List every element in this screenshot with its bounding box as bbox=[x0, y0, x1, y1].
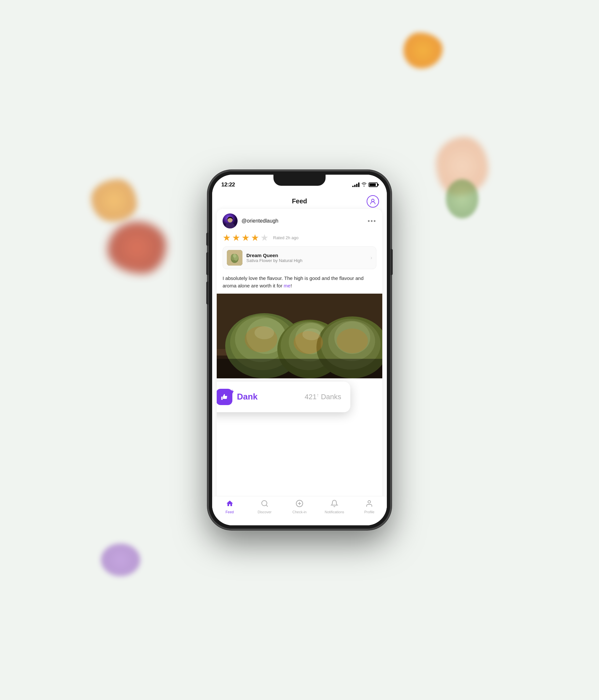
feed-tab-label: Feed bbox=[226, 510, 234, 514]
tab-item-notifications[interactable]: Notifications bbox=[323, 500, 346, 514]
user-avatar bbox=[223, 214, 238, 228]
highlighted-word: me bbox=[284, 283, 291, 289]
svg-rect-29 bbox=[217, 359, 382, 378]
product-thumbnail bbox=[227, 250, 243, 266]
decorative-blob-orange-top bbox=[403, 32, 443, 69]
profile-tab-label: Profile bbox=[364, 510, 374, 514]
checkin-tab-label: Check-in bbox=[292, 510, 306, 514]
phone-volume-down-button bbox=[206, 281, 208, 304]
user-info: @orientedlaugh bbox=[223, 214, 278, 228]
rating-row: ★ ★ ★ ★ ★ Rated 2h ago bbox=[217, 231, 382, 246]
product-chevron-icon: › bbox=[371, 255, 372, 261]
star-3: ★ bbox=[242, 232, 250, 243]
rated-time-label: Rated 2h ago bbox=[273, 235, 299, 240]
star-2: ★ bbox=[232, 232, 240, 243]
phone-screen: 12:22 bbox=[212, 175, 387, 525]
wifi-icon bbox=[361, 182, 367, 188]
svg-point-26 bbox=[336, 328, 368, 353]
decorative-blob-red-left bbox=[107, 222, 166, 274]
checkin-tab-icon bbox=[296, 500, 303, 509]
svg-point-35 bbox=[368, 501, 371, 503]
battery-icon bbox=[369, 182, 378, 187]
signal-icon bbox=[352, 182, 359, 187]
svg-point-27 bbox=[254, 326, 274, 339]
phone-mute-button bbox=[206, 233, 208, 246]
phone-volume-up-button bbox=[206, 252, 208, 275]
discover-tab-icon bbox=[261, 500, 269, 509]
decorative-blob-purple-bottom bbox=[101, 544, 140, 576]
card-header: @orientedlaugh ••• bbox=[217, 209, 382, 231]
star-rating: ★ ★ ★ ★ ★ bbox=[223, 232, 269, 243]
card-bottom: Dank 421↑ Danks bbox=[217, 378, 382, 402]
feed-tab-icon bbox=[226, 500, 234, 509]
tab-item-checkin[interactable]: Check-in bbox=[288, 500, 311, 514]
phone-mockup: 12:22 bbox=[208, 171, 391, 529]
dank-label: Dank bbox=[237, 392, 258, 402]
feed-title: Feed bbox=[292, 198, 307, 205]
product-card[interactable]: Dream Queen Sativa Flower by Natural Hig… bbox=[223, 246, 376, 269]
product-subtitle-label: Sativa Flower by Natural High bbox=[246, 258, 302, 263]
tab-item-profile[interactable]: Profile bbox=[358, 500, 381, 514]
discover-tab-label: Discover bbox=[257, 510, 272, 514]
star-4: ★ bbox=[251, 232, 259, 243]
profile-tab-icon bbox=[365, 500, 373, 509]
decorative-blob-green-right bbox=[446, 179, 478, 218]
product-name-label: Dream Queen bbox=[246, 253, 302, 258]
decorative-blob-orange-left bbox=[91, 179, 137, 222]
dank-icon bbox=[217, 389, 232, 405]
svg-point-8 bbox=[233, 254, 236, 258]
notifications-tab-label: Notifications bbox=[325, 510, 344, 514]
app-header: Feed bbox=[212, 192, 387, 209]
product-info: Dream Queen Sativa Flower by Natural Hig… bbox=[246, 253, 302, 263]
tab-item-discover[interactable]: Discover bbox=[253, 500, 276, 514]
app-content: Feed bbox=[212, 192, 387, 525]
svg-point-28 bbox=[302, 328, 321, 340]
status-time: 12:22 bbox=[221, 181, 235, 188]
phone-notch bbox=[273, 175, 326, 186]
header-profile-button[interactable] bbox=[367, 195, 379, 207]
star-1: ★ bbox=[223, 232, 231, 243]
tab-bar: Feed Discover bbox=[212, 496, 387, 525]
feed-card: @orientedlaugh ••• ★ ★ ★ ★ ★ Rated 2h ag… bbox=[217, 209, 382, 506]
sparkle-icon bbox=[230, 387, 234, 392]
dank-left-section: Dank bbox=[217, 389, 258, 405]
more-options-button[interactable]: ••• bbox=[368, 217, 376, 225]
phone-power-button bbox=[391, 249, 393, 275]
dank-count-section: 421↑ Danks bbox=[305, 392, 341, 401]
notifications-tab-icon bbox=[330, 500, 338, 509]
svg-point-0 bbox=[372, 199, 374, 202]
decorative-blob-peach-right bbox=[436, 137, 488, 196]
cannabis-photo bbox=[217, 294, 382, 378]
review-text: I absolutely love the flavour. The high … bbox=[217, 272, 382, 294]
dank-card[interactable]: Dank 421↑ Danks bbox=[217, 382, 350, 412]
status-icons bbox=[352, 182, 378, 188]
username-label: @orientedlaugh bbox=[242, 218, 278, 224]
star-5: ★ bbox=[260, 232, 269, 243]
dank-count-value: 421↑ Danks bbox=[305, 393, 341, 401]
tab-item-feed[interactable]: Feed bbox=[218, 500, 241, 514]
